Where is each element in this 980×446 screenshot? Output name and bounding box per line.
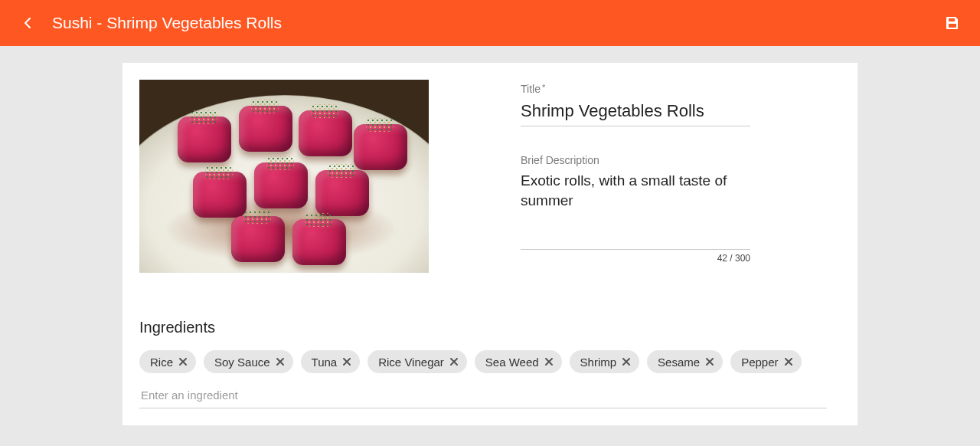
chip-remove-button[interactable] — [447, 355, 461, 369]
ingredient-chip: Sea Weed — [475, 350, 562, 373]
ingredient-chip: Rice Vinegar — [368, 350, 467, 373]
close-icon — [544, 357, 554, 366]
ingredient-chip: Tuna — [301, 350, 361, 373]
chip-label: Pepper — [741, 356, 778, 369]
close-icon — [622, 357, 631, 366]
ingredient-chip: Rice — [139, 350, 196, 373]
description-label: Brief Description — [521, 154, 827, 166]
chip-label: Sesame — [658, 356, 700, 369]
recipe-photo[interactable] — [139, 80, 429, 273]
chip-remove-button[interactable] — [703, 355, 717, 369]
description-counter: 42 / 300 — [521, 253, 750, 264]
chip-remove-button[interactable] — [176, 355, 190, 369]
chip-label: Shrimp — [580, 356, 617, 369]
form-fields: Title* Brief Description 42 / 300 — [521, 80, 827, 273]
ingredient-chip: Shrimp — [570, 350, 640, 373]
back-button[interactable] — [18, 14, 37, 32]
close-icon — [178, 357, 188, 366]
chevron-left-icon — [24, 17, 31, 29]
chip-remove-button[interactable] — [782, 355, 795, 369]
chip-label: Sea Weed — [485, 356, 539, 369]
description-textarea[interactable] — [521, 171, 750, 244]
page-title: Sushi - Shrimp Vegetables Rolls — [52, 14, 943, 32]
ingredient-input[interactable] — [139, 382, 827, 408]
ingredients-chips: RiceSoy SauceTunaRice VinegarSea WeedShr… — [139, 350, 827, 373]
chip-label: Tuna — [312, 356, 338, 369]
app-header: Sushi - Shrimp Vegetables Rolls — [0, 0, 980, 46]
title-input[interactable] — [521, 100, 750, 126]
chip-remove-button[interactable] — [273, 355, 287, 369]
close-icon — [276, 357, 285, 366]
save-icon — [945, 15, 960, 31]
ingredient-chip: Sesame — [647, 350, 723, 373]
recipe-card: Title* Brief Description 42 / 300 Ingred… — [122, 63, 858, 425]
chip-remove-button[interactable] — [340, 355, 354, 369]
chip-label: Rice — [150, 356, 173, 369]
ingredient-chip: Pepper — [730, 350, 801, 373]
required-mark: * — [542, 83, 545, 92]
chip-remove-button[interactable] — [619, 355, 633, 369]
close-icon — [449, 357, 459, 366]
ingredient-chip: Soy Sauce — [204, 350, 293, 373]
ingredients-heading: Ingredients — [139, 319, 827, 336]
title-label: Title* — [521, 83, 827, 95]
chip-label: Rice Vinegar — [378, 356, 444, 369]
save-button[interactable] — [943, 14, 962, 32]
close-icon — [784, 357, 793, 366]
close-icon — [705, 357, 714, 366]
chip-label: Soy Sauce — [214, 356, 270, 369]
close-icon — [342, 357, 351, 366]
chip-remove-button[interactable] — [542, 355, 556, 369]
